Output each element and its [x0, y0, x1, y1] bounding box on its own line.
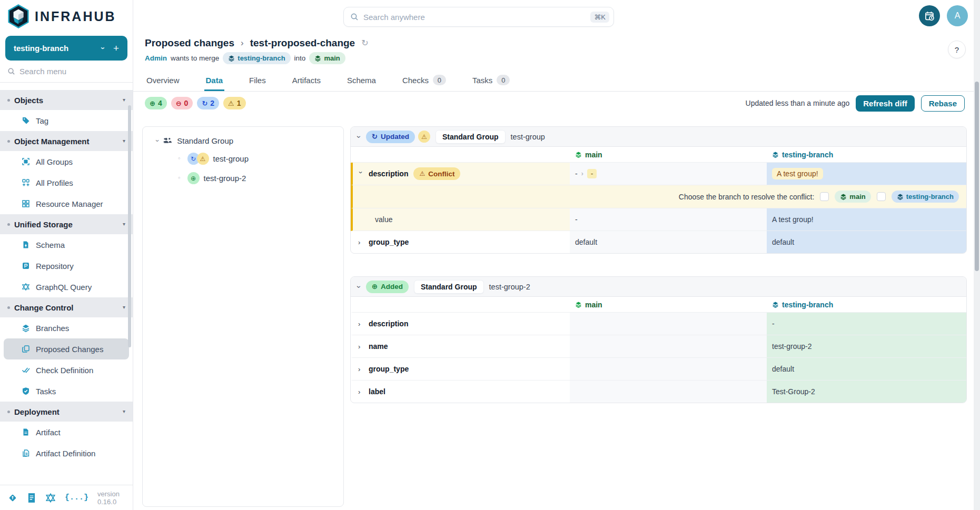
- tab-tasks[interactable]: Tasks0: [471, 71, 511, 91]
- sidebar-item-proposed-changes[interactable]: Proposed Changes: [4, 338, 129, 359]
- sidebar-item-artifact[interactable]: Artifact: [4, 422, 129, 443]
- tab-data[interactable]: Data: [204, 71, 225, 91]
- main-column-header: main: [570, 147, 767, 162]
- sidebar-item-check-definition[interactable]: Check Definition: [4, 359, 129, 381]
- sidebar-item-graphql-query[interactable]: GraphQL Query: [4, 276, 129, 297]
- layers-icon: [575, 151, 582, 158]
- chevron-down-icon[interactable]: ›: [357, 171, 365, 176]
- bullet-icon: ◦: [177, 156, 181, 162]
- help-button[interactable]: ?: [948, 41, 966, 58]
- layers-icon: [772, 301, 779, 308]
- sidebar-item-all-groups[interactable]: All Groups: [4, 151, 129, 172]
- main-value-cell: default: [570, 231, 767, 253]
- sidebar: INFRAHUB testing-branch › + Objects ▾: [0, 0, 133, 510]
- group-type-row[interactable]: › group_type default: [351, 358, 966, 381]
- breadcrumb-root[interactable]: Proposed changes: [145, 37, 234, 49]
- docs-icon[interactable]: [27, 493, 36, 503]
- sidebar-search[interactable]: [0, 67, 133, 83]
- git-icon[interactable]: [7, 493, 18, 503]
- tab-overview[interactable]: Overview: [145, 71, 181, 91]
- author-link[interactable]: Admin: [145, 54, 167, 62]
- graphql-icon: [22, 283, 31, 292]
- sidebar-item-tasks[interactable]: Tasks: [4, 381, 129, 402]
- search-icon: [7, 67, 15, 75]
- sidebar-item-repository[interactable]: Repository: [4, 255, 129, 276]
- nav-group-deployment[interactable]: Deployment ▾: [0, 402, 133, 422]
- tree-node-test-group-2[interactable]: ◦ ⊕ test-group-2: [150, 172, 336, 184]
- branch-value-cell: -: [767, 313, 966, 335]
- main-value-cell: [570, 358, 767, 380]
- resolve-main-checkbox[interactable]: [820, 192, 829, 201]
- sidebar-search-input[interactable]: [19, 67, 109, 76]
- scheduled-tasks-button[interactable]: [919, 5, 940, 26]
- sidebar-scrollbar[interactable]: [128, 105, 131, 347]
- nav-group-object-management[interactable]: Object Management ▾: [0, 131, 133, 151]
- chevron-down-icon: ▾: [123, 305, 125, 310]
- target-branch-badge[interactable]: main: [309, 52, 345, 64]
- scrollbar-thumb[interactable]: [975, 82, 979, 271]
- layers-icon: [575, 301, 582, 308]
- description-row[interactable]: › description -: [351, 313, 966, 335]
- chevron-right-icon[interactable]: ›: [358, 320, 363, 328]
- add-branch-button[interactable]: +: [113, 43, 119, 54]
- main-option-badge[interactable]: main: [835, 191, 870, 203]
- chevron-right-icon[interactable]: ›: [358, 238, 363, 246]
- sidebar-item-schema[interactable]: Schema: [4, 234, 129, 255]
- global-search-input[interactable]: [363, 13, 586, 22]
- resolve-branch-checkbox[interactable]: [877, 192, 886, 201]
- object-name: test-group: [511, 133, 545, 141]
- name-row[interactable]: › name test-group-2: [351, 335, 966, 358]
- current-branch-label: testing-branch: [14, 44, 68, 53]
- layers-icon: [897, 193, 904, 200]
- refresh-icon[interactable]: ↻: [361, 39, 368, 47]
- sidebar-item-all-profiles[interactable]: All Profiles: [4, 172, 129, 193]
- chevron-down-icon: ›: [154, 139, 162, 142]
- user-avatar[interactable]: A: [947, 5, 968, 26]
- nav-group-change-control[interactable]: Change Control ▾: [0, 297, 133, 317]
- tab-checks[interactable]: Checks0: [401, 71, 448, 91]
- arrow-right-icon: ›: [581, 170, 583, 177]
- layers-icon: [228, 55, 235, 62]
- source-branch-badge[interactable]: testing-branch: [223, 52, 290, 64]
- braces-icon[interactable]: {...}: [65, 493, 88, 502]
- chevron-right-icon[interactable]: ›: [358, 388, 363, 396]
- tasks-shield-icon: [22, 387, 31, 396]
- panel-header[interactable]: › ↻ Updated ⚠ Standard Group test-group: [351, 127, 966, 147]
- tab-artifacts[interactable]: Artifacts: [291, 71, 322, 91]
- chevron-right-icon[interactable]: ›: [358, 343, 363, 351]
- global-search[interactable]: ⌘K: [343, 7, 614, 27]
- tab-schema[interactable]: Schema: [345, 71, 378, 91]
- sidebar-item-label: Artifact: [36, 428, 61, 437]
- sidebar-item-branches[interactable]: Branches: [4, 317, 129, 338]
- conflict-resolution-text: Choose the branch to resolve the conflic…: [679, 193, 815, 201]
- topbar-actions: A: [919, 5, 968, 26]
- sidebar-item-artifact-definition[interactable]: Artifact Definition: [4, 443, 129, 464]
- branch-selector[interactable]: testing-branch › +: [5, 36, 127, 61]
- branch-option-badge[interactable]: testing-branch: [892, 191, 959, 203]
- nav-group-objects[interactable]: Objects ▾: [0, 90, 133, 110]
- merge-text: wants to merge: [171, 54, 219, 62]
- infrahub-logo[interactable]: INFRAHUB: [0, 0, 133, 33]
- tree-node-test-group[interactable]: ◦ ↻ ⚠ test-group: [150, 153, 336, 165]
- group-dot-icon: [7, 223, 10, 226]
- description-row[interactable]: › description ⚠ Conflict - › -: [351, 163, 966, 185]
- circle-plus-icon: ⊕: [372, 283, 378, 291]
- nav-group-unified-storage[interactable]: Unified Storage ▾: [0, 214, 133, 234]
- rebase-button[interactable]: Rebase: [921, 95, 965, 112]
- removed-count-pill: ⊖0: [171, 97, 193, 109]
- attribute-name: description: [369, 319, 408, 328]
- group-type-row[interactable]: › group_type default default: [351, 231, 966, 253]
- label-row[interactable]: › label Test-Group-2: [351, 381, 966, 403]
- panel-header[interactable]: › ⊕ Added Standard Group test-group-2: [351, 277, 966, 297]
- nav-group-label: Objects: [14, 96, 123, 105]
- column-header-row: main testing-branch: [351, 297, 966, 313]
- attribute-name: label: [369, 387, 385, 396]
- sidebar-item-resource-manager[interactable]: Resource Manager: [4, 193, 129, 214]
- page-scrollbar[interactable]: [974, 0, 980, 510]
- tree-node-standard-group[interactable]: › Standard Group: [150, 136, 336, 145]
- tab-files[interactable]: Files: [248, 71, 268, 91]
- chevron-right-icon[interactable]: ›: [358, 365, 363, 373]
- graphql-icon[interactable]: [45, 493, 56, 503]
- sidebar-item-tag[interactable]: Tag: [4, 110, 129, 131]
- refresh-diff-button[interactable]: Refresh diff: [856, 95, 914, 112]
